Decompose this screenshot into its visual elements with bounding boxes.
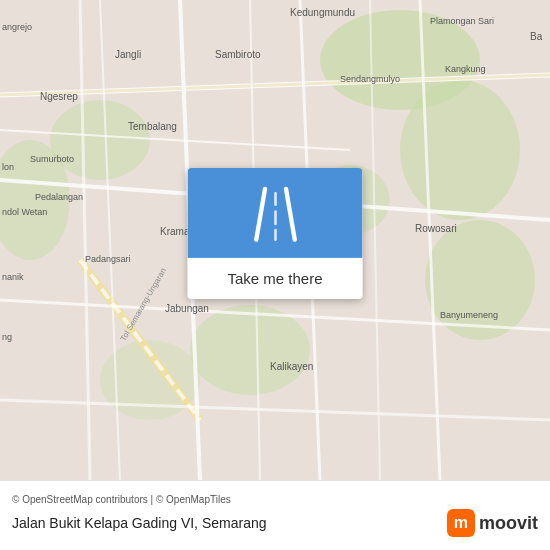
svg-text:Plamongan Sari: Plamongan Sari <box>430 16 494 26</box>
map-container: Kedungmundu Plamongan Sari Jangli Sambir… <box>0 0 550 480</box>
svg-text:Kangkung: Kangkung <box>445 64 486 74</box>
svg-line-48 <box>286 189 295 240</box>
svg-text:Rowosari: Rowosari <box>415 223 457 234</box>
moovit-brand-text: moovit <box>479 513 538 534</box>
svg-point-3 <box>425 220 535 340</box>
svg-point-7 <box>190 305 310 395</box>
svg-text:nanik: nanik <box>2 272 24 282</box>
svg-text:Jangli: Jangli <box>115 49 141 60</box>
svg-point-2 <box>400 80 520 220</box>
moovit-logo: m moovit <box>447 509 538 537</box>
svg-point-5 <box>50 100 150 180</box>
moovit-icon: m <box>447 509 475 537</box>
svg-text:Banyumeneng: Banyumeneng <box>440 310 498 320</box>
card-icon-area <box>188 168 363 258</box>
svg-text:Ba: Ba <box>530 31 543 42</box>
svg-text:Ngesrep: Ngesrep <box>40 91 78 102</box>
svg-text:Jabungan: Jabungan <box>165 303 209 314</box>
svg-text:Pedalangan: Pedalangan <box>35 192 83 202</box>
svg-text:ndol Wetan: ndol Wetan <box>2 207 47 217</box>
svg-text:Sumurboto: Sumurboto <box>30 154 74 164</box>
svg-text:lon: lon <box>2 162 14 172</box>
svg-text:ng: ng <box>2 332 12 342</box>
svg-text:Sendangmulyo: Sendangmulyo <box>340 74 400 84</box>
road-icon <box>240 178 310 248</box>
svg-line-47 <box>256 189 265 240</box>
svg-text:Tembalang: Tembalang <box>128 121 177 132</box>
moovit-m-letter: m <box>454 515 468 531</box>
svg-text:Padangsari: Padangsari <box>85 254 131 264</box>
bottom-bar: © OpenStreetMap contributors | © OpenMap… <box>0 480 550 550</box>
take-me-there-button[interactable]: Take me there <box>188 258 363 299</box>
attribution-text: © OpenStreetMap contributors | © OpenMap… <box>12 494 538 505</box>
overlay-card: Take me there <box>188 168 363 299</box>
svg-text:Kedungmundu: Kedungmundu <box>290 7 355 18</box>
svg-text:Sambiroto: Sambiroto <box>215 49 261 60</box>
svg-text:angrejo: angrejo <box>2 22 32 32</box>
location-row: Jalan Bukit Kelapa Gading VI, Semarang m… <box>12 509 538 537</box>
location-text: Jalan Bukit Kelapa Gading VI, Semarang <box>12 515 447 531</box>
svg-text:Kalikayen: Kalikayen <box>270 361 313 372</box>
